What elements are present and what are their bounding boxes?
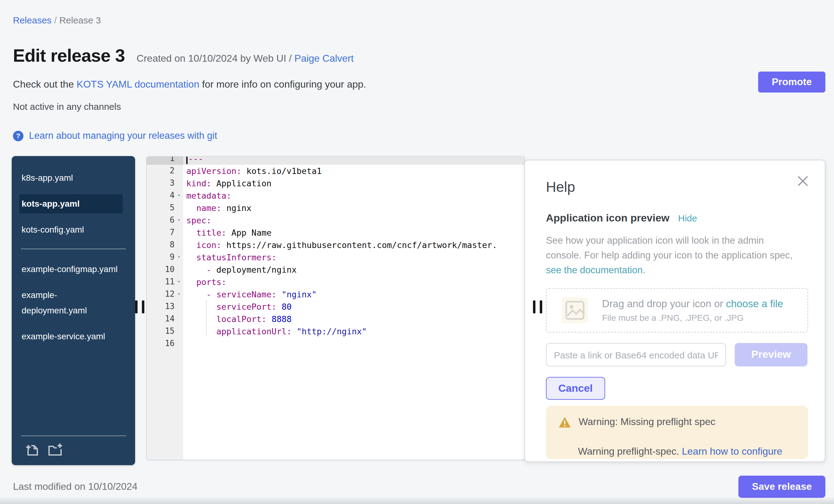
author-link[interactable]: Paige Calvert	[294, 53, 354, 64]
image-placeholder-icon	[562, 297, 588, 323]
code-line-text[interactable]: apiVersion: kots.io/v1beta1	[183, 165, 524, 177]
close-icon[interactable]	[797, 175, 809, 187]
line-number-cell[interactable]: 15	[147, 325, 183, 337]
warning-detail: Warning preflight-spec. Learn how to con…	[578, 443, 796, 459]
help-title: Help	[546, 179, 808, 196]
line-number-cell[interactable]: 10	[147, 263, 183, 276]
breadcrumb: Releases / Release 3	[13, 15, 101, 25]
code-line[interactable]: 10 - deployment/nginx	[147, 263, 524, 276]
line-number-cell[interactable]: 9▾	[147, 251, 183, 263]
code-line[interactable]: 4▾metadata:	[147, 190, 524, 202]
code-line-text[interactable]: kind: Application	[183, 177, 524, 190]
code-line[interactable]: 8 icon: https://raw.githubusercontent.co…	[147, 239, 524, 251]
fold-arrow-icon[interactable]: ▾	[175, 276, 183, 288]
code-line[interactable]: 9▾ statusInformers:	[147, 251, 524, 263]
icon-dropzone[interactable]: Drag and drop your icon or choose a file…	[546, 288, 808, 332]
code-line[interactable]: 15 applicationUrl: "http://nginx"	[147, 325, 524, 337]
editor-rows: 1---2apiVersion: kots.io/v1beta13kind: A…	[147, 156, 524, 350]
kots-yaml-docs-link[interactable]: KOTS YAML documentation	[76, 79, 199, 89]
line-number-cell[interactable]: 12▾	[147, 288, 183, 301]
fold-arrow-icon[interactable]: ▾	[175, 251, 183, 263]
code-line-text[interactable]: localPort: 8888	[183, 313, 524, 325]
code-line-text[interactable]: title: App Name	[183, 226, 524, 239]
fold-arrow-icon[interactable]: ▾	[175, 288, 183, 301]
main-split: k8s-app.yamlkots-app.yamlkots-config.yam…	[0, 156, 834, 465]
pane-resize-handle-left[interactable]	[135, 301, 144, 313]
fold-arrow-icon[interactable]: ▾	[175, 214, 183, 226]
code-line[interactable]: 6▾spec:	[147, 214, 524, 226]
line-number-cell[interactable]: 6▾	[147, 214, 183, 226]
file-item[interactable]: example-service.yaml	[19, 327, 123, 346]
code-line[interactable]: 1---	[147, 156, 524, 165]
save-release-button[interactable]: Save release	[739, 476, 825, 498]
line-number-cell[interactable]: 11▾	[147, 276, 183, 288]
help-body-line1: See how your application icon will look …	[546, 235, 764, 245]
code-line[interactable]: 2apiVersion: kots.io/v1beta1	[147, 165, 524, 177]
line-number-cell[interactable]: 1	[147, 156, 183, 165]
code-line[interactable]: 16	[147, 337, 524, 350]
code-line-text[interactable]: metadata:	[183, 190, 524, 202]
file-list-divider	[21, 248, 126, 249]
breadcrumb-releases-link[interactable]: Releases	[13, 15, 51, 25]
warning-detail-text: Warning preflight-spec.	[578, 446, 682, 457]
new-file-icon[interactable]	[25, 443, 40, 457]
git-releases-link[interactable]: Learn about managing your releases with …	[29, 130, 217, 141]
warning-icon	[558, 416, 571, 428]
text-cursor	[186, 156, 188, 164]
yaml-editor[interactable]: 1---2apiVersion: kots.io/v1beta13kind: A…	[146, 156, 525, 460]
code-line-text[interactable]: servicePort: 80	[183, 301, 524, 313]
code-line-text[interactable]: statusInformers:	[183, 251, 524, 263]
help-body-line2: console. For help adding your icon to th…	[546, 250, 793, 260]
fold-arrow-icon[interactable]: ▾	[175, 190, 183, 202]
line-number-cell[interactable]: 8	[147, 239, 183, 251]
line-number-cell[interactable]: 2	[147, 165, 183, 177]
code-line-text[interactable]: spec:	[183, 214, 524, 226]
code-line-text[interactable]: - deployment/nginx	[183, 263, 524, 276]
file-item[interactable]: k8s-app.yaml	[19, 169, 123, 188]
code-line[interactable]: 7 title: App Name	[147, 226, 524, 239]
preview-button[interactable]: Preview	[735, 343, 808, 367]
cancel-button[interactable]: Cancel	[546, 377, 605, 400]
help-panel: Help Application icon preview Hide See h…	[524, 160, 825, 462]
code-line-text[interactable]: applicationUrl: "http://nginx"	[183, 325, 524, 337]
code-line[interactable]: 11▾ ports:	[147, 276, 524, 288]
file-item[interactable]: kots-app.yaml	[19, 194, 123, 214]
edit-release-page: Releases / Release 3 Edit release 3 Crea…	[0, 0, 834, 504]
hide-link[interactable]: Hide	[678, 213, 697, 223]
promote-button[interactable]: Promote	[758, 71, 825, 92]
line-number-cell[interactable]: 7	[147, 226, 183, 239]
pane-resize-handle-right[interactable]	[533, 301, 542, 313]
file-item[interactable]: example-deployment.yaml	[19, 286, 123, 320]
new-folder-icon[interactable]	[47, 443, 63, 457]
question-icon: ?	[13, 130, 23, 141]
code-line[interactable]: 12▾ - serviceName: "nginx"	[147, 288, 524, 301]
learn-configure-link[interactable]: Learn how to configure	[682, 446, 783, 457]
code-line[interactable]: 14 localPort: 8888	[147, 313, 524, 325]
warning-text: Warning: Missing preflight spec	[578, 415, 715, 429]
choose-file-link[interactable]: choose a file	[726, 298, 783, 309]
preflight-warning-box: Warning: Missing preflight spec Warning …	[546, 406, 808, 459]
file-item[interactable]: example-configmap.yaml	[19, 260, 123, 279]
code-line[interactable]: 5 name: nginx	[147, 202, 524, 214]
code-line-text[interactable]: name: nginx	[183, 202, 524, 214]
code-line-text[interactable]: ---	[183, 156, 524, 165]
dropzone-text: Drag and drop your icon or	[602, 298, 726, 309]
line-number-cell[interactable]: 13	[147, 301, 183, 313]
line-number-cell[interactable]: 4▾	[147, 190, 183, 202]
line-number-cell[interactable]: 16	[147, 337, 183, 350]
see-documentation-link[interactable]: see the documentation	[546, 265, 643, 275]
icon-url-input[interactable]	[546, 343, 726, 367]
line-number-cell[interactable]: 5	[147, 202, 183, 214]
code-line[interactable]: 13 servicePort: 80	[147, 301, 524, 313]
file-item[interactable]: kots-config.yaml	[19, 220, 123, 239]
line-number-cell[interactable]: 14	[147, 313, 183, 325]
git-help-row[interactable]: ? Learn about managing your releases wit…	[13, 130, 217, 141]
code-line-text[interactable]: - serviceName: "nginx"	[183, 288, 524, 301]
code-line[interactable]: 3kind: Application	[147, 177, 524, 190]
code-line-text[interactable]: icon: https://raw.githubusercontent.com/…	[183, 239, 524, 251]
line-number-cell[interactable]: 3	[147, 177, 183, 190]
code-line-text[interactable]: ports:	[183, 276, 524, 288]
bottom-shade	[0, 497, 834, 504]
icon-preview-title: Application icon preview	[546, 212, 670, 224]
code-line-text[interactable]	[183, 337, 524, 350]
